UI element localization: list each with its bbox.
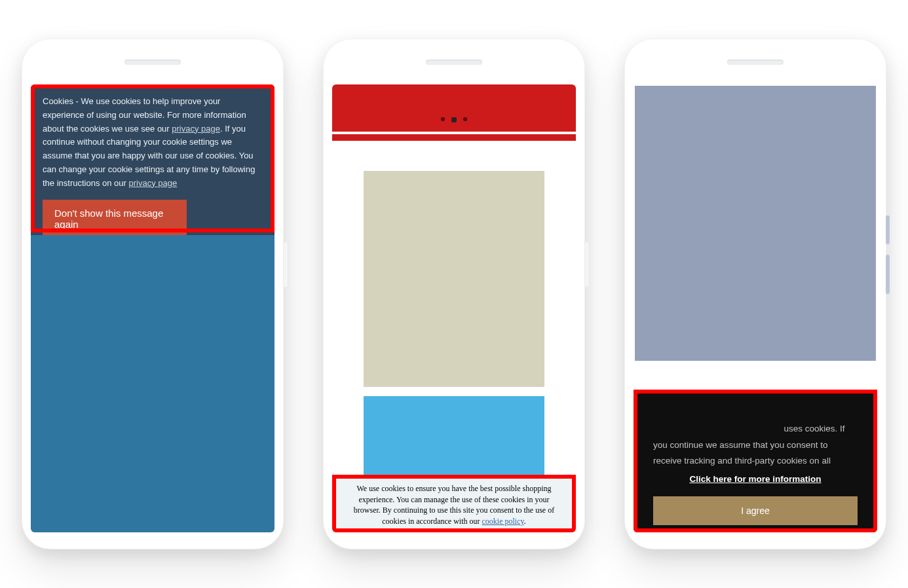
carousel-dot-active[interactable] <box>451 117 457 122</box>
phone-side-button <box>585 242 589 287</box>
page-header-placeholder <box>332 84 576 141</box>
page-hero-placeholder <box>635 86 876 361</box>
cookie-banner: x xxxxxxxxxxxxxxxxxxxxxxxxxxxxx uses coo… <box>634 392 877 532</box>
page-content-placeholder <box>332 141 576 481</box>
phone-mockup-2: We use cookies to ensure you have the be… <box>323 39 585 549</box>
cookie-text-suffix: . <box>524 517 526 526</box>
dismiss-cookie-button[interactable]: Don't show this message again <box>43 200 187 238</box>
more-information-link[interactable]: Click here for more information <box>653 471 858 487</box>
carousel-dot[interactable] <box>441 117 445 121</box>
phones-row: Cookies - We use cookies to help improve… <box>22 26 886 562</box>
phone-side-button <box>886 255 890 294</box>
phone-mockup-1: Cookies - We use cookies to help improve… <box>22 39 284 549</box>
carousel-dots <box>441 117 467 122</box>
phone-side-button <box>284 242 288 287</box>
phone-screen-2: We use cookies to ensure you have the be… <box>332 84 576 532</box>
page-hero-placeholder <box>31 235 274 532</box>
phone-speaker <box>426 60 482 65</box>
phone-speaker <box>124 60 181 65</box>
phone-mockup-3: x xxxxxxxxxxxxxxxxxxxxxxxxxxxxx uses coo… <box>624 39 886 549</box>
privacy-page-link[interactable]: privacy page <box>129 178 178 188</box>
phone-speaker <box>727 60 784 65</box>
privacy-page-link[interactable]: privacy page <box>172 124 220 134</box>
phone-screen-1: Cookies - We use cookies to help improve… <box>31 84 274 532</box>
cookie-banner: We use cookies to ensure you have the be… <box>332 477 576 532</box>
content-block <box>364 171 544 387</box>
content-block <box>364 396 544 475</box>
cookie-policy-link[interactable]: cookie policy <box>482 517 524 526</box>
cookie-text-line: x <box>653 405 858 421</box>
cookie-banner: Cookies - We use cookies to help improve… <box>31 84 274 252</box>
agree-cookie-button[interactable]: I agree <box>653 496 858 525</box>
carousel-dot[interactable] <box>463 117 467 121</box>
cookie-text: xxxxxxxxxxxxxxxxxxxxxxxxxxxxx uses cooki… <box>653 421 858 469</box>
phone-screen-3: x xxxxxxxxxxxxxxxxxxxxxxxxxxxxx uses coo… <box>634 84 877 532</box>
phone-side-button <box>886 215 890 244</box>
divider <box>332 132 576 134</box>
